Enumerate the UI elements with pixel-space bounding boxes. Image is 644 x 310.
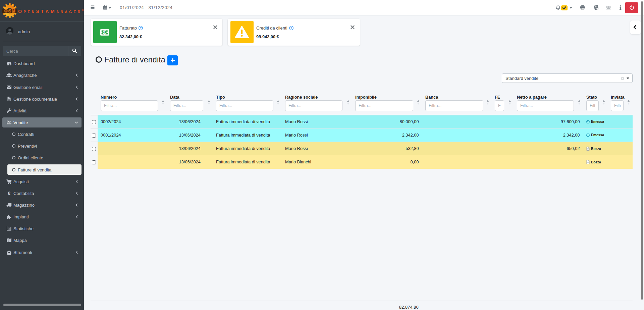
svg-text:OSM: OSM [4, 9, 16, 13]
svg-text:?: ? [140, 27, 142, 30]
svg-text:€: € [8, 191, 10, 196]
svg-text:?: ? [290, 27, 292, 30]
svg-text:1: 1 [104, 30, 106, 34]
